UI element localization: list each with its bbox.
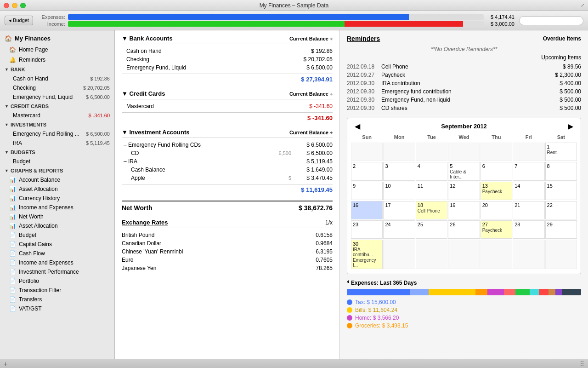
cal-cell-21[interactable]: 21 — [513, 201, 544, 219]
cal-next-button[interactable]: ▶ — [564, 122, 577, 131]
sidebar-section-budgets[interactable]: ▼ BUDGETS — [0, 148, 114, 157]
sidebar-section-investments[interactable]: ▼ INVESTMENTS — [0, 120, 114, 129]
cal-cell-4[interactable]: 4 — [416, 162, 447, 181]
sidebar-account-cash[interactable]: Cash on Hand $ 192.86 — [0, 74, 114, 83]
expenses-segment-bills — [429, 289, 475, 295]
sidebar-account-mastercard[interactable]: Mastercard $ -341.60 — [0, 111, 114, 120]
add-button[interactable]: + — [4, 360, 7, 368]
cal-cell-9[interactable]: 9 — [351, 182, 383, 200]
cal-cell-8[interactable]: 8 — [545, 162, 577, 181]
cal-cell-25[interactable]: 25 — [416, 220, 447, 239]
home-icon: 🏠 — [9, 46, 16, 53]
account-checking-name: Checking — [122, 56, 296, 63]
acc-ef-value: $ 6,500.00 — [86, 131, 110, 137]
cal-cell-27[interactable]: 27Paycheck — [481, 220, 512, 239]
sidebar-account-budget[interactable]: Budget — [0, 157, 114, 166]
expenses-toggle-icon[interactable]: ⁴ — [347, 280, 349, 286]
legend-dot-groceries — [347, 323, 352, 328]
exchange-gbp-value: 0.6158 — [316, 232, 333, 238]
cal-cell-20[interactable]: 20 — [481, 201, 512, 219]
sidebar-report-transfers[interactable]: 📄 Transfers — [0, 295, 114, 304]
exchange-inverse: 1/x — [325, 219, 333, 226]
cal-cell-30[interactable]: 30IRA contribu...Emergency f... — [351, 240, 383, 269]
cal-cell-3[interactable]: 3 — [383, 162, 415, 181]
resize-icon[interactable]: ⤢ — [581, 3, 584, 8]
sidebar-report-vat[interactable]: 📄 VAT/GST — [0, 304, 114, 313]
sidebar-report-asset-alloc2[interactable]: 📊 Asset Allocation — [0, 221, 114, 230]
cal-cell-1[interactable]: 1Rent — [545, 143, 577, 161]
app-body: 🏠 My Finances 🏠 Home Page 🔔 Reminders ▼ … — [0, 30, 588, 359]
cal-cell-28[interactable]: 28 — [513, 220, 544, 239]
sidebar-account-ef-rolling[interactable]: Emergency Fund Rolling ... $ 6,500.00 — [0, 129, 114, 138]
cal-cell-16[interactable]: 16 — [351, 201, 383, 219]
sidebar-report-net-worth[interactable]: 📊 Net Worth — [0, 212, 114, 221]
search-input[interactable] — [519, 16, 583, 25]
cal-cell-29[interactable]: 29 — [545, 220, 577, 239]
account-row-checking[interactable]: Checking $ 20,702.05 — [122, 55, 333, 63]
sidebar-report-asset-allocation[interactable]: 📊 Asset Allocation — [0, 184, 114, 194]
cal-cell-18[interactable]: 18Cell Phone — [416, 201, 447, 219]
traffic-lights[interactable] — [4, 3, 26, 8]
investment-total: $ 11,619.45 — [122, 184, 333, 195]
minimize-button[interactable] — [12, 3, 17, 8]
cal-cell-11[interactable]: 11 — [416, 182, 447, 200]
sidebar-account-checking[interactable]: Checking $ 20,702.05 — [0, 83, 114, 92]
sidebar: 🏠 My Finances 🏠 Home Page 🔔 Reminders ▼ … — [0, 30, 115, 359]
chart-icon: 📊 — [9, 177, 16, 183]
sidebar-report-income-expenses2[interactable]: 📄 Income and Expenses — [0, 258, 114, 267]
cal-prev-button[interactable]: ◀ — [351, 122, 364, 131]
cal-cell-24[interactable]: 24 — [383, 220, 415, 239]
sidebar-report-currency[interactable]: 📊 Currency History — [0, 194, 114, 203]
sidebar-report-cash-flow[interactable]: 📄 Cash Flow — [0, 249, 114, 258]
cal-cell-17[interactable]: 17 — [383, 201, 415, 219]
account-row-apple[interactable]: Apple 5 $ 3,470.45 — [122, 174, 333, 182]
sidebar-report-portfolio[interactable]: 📄 Portfolio — [0, 276, 114, 286]
sidebar-report-capital-gains[interactable]: 📄 Capital Gains — [0, 240, 114, 249]
sidebar-report-transaction-filter[interactable]: 📄 Transaction Filter — [0, 286, 114, 295]
account-row-cash-balance[interactable]: Cash Balance $ 1,649.00 — [122, 166, 333, 174]
sidebar-report-investment-perf[interactable]: 📄 Investment Performance — [0, 267, 114, 276]
cal-cell-5[interactable]: 5Cable & Inter... — [448, 162, 480, 181]
cal-cell-10[interactable]: 10 — [383, 182, 415, 200]
cal-cell-13[interactable]: 13Paycheck — [481, 182, 512, 200]
cal-cell-6[interactable]: 6 — [481, 162, 512, 181]
fullscreen-button[interactable] — [20, 3, 26, 8]
cal-cell-22[interactable]: 22 — [545, 201, 577, 219]
sidebar-account-emergency-liquid[interactable]: Emergency Fund, Liquid $ 6,500.00 — [0, 92, 114, 102]
account-apple-extra: 5 — [254, 175, 291, 181]
sidebar-item-reminders[interactable]: 🔔 Reminders — [0, 55, 114, 65]
account-row-cd[interactable]: CD 6,500 $ 6,500.00 — [122, 149, 333, 157]
sidebar-report-income-expenses[interactable]: 📊 Income and Expenses — [0, 203, 114, 212]
expenses-segment-5 — [530, 289, 539, 295]
cal-cell-7[interactable]: 7 — [513, 162, 544, 181]
sidebar-section-bank[interactable]: ▼ BANK — [0, 65, 114, 74]
sidebar-report-account-balance[interactable]: 📊 Account Balance — [0, 175, 114, 184]
close-button[interactable] — [4, 3, 9, 8]
income-label: Income: — [40, 21, 65, 27]
cal-cell-26[interactable]: 26 — [448, 220, 480, 239]
account-row-cash[interactable]: Cash on Hand $ 192.86 — [122, 47, 333, 55]
cal-cell-2[interactable]: 2 — [351, 162, 383, 181]
cal-cell-12[interactable]: 12 — [448, 182, 480, 200]
cal-day-fri: Fri — [513, 133, 544, 141]
account-row-ira[interactable]: – IRA $ 5,119.45 — [122, 157, 333, 166]
reminder-date-4: 2012.09.30 — [347, 97, 381, 103]
budget-button[interactable]: ◂ Budget — [5, 16, 33, 25]
doc-icon: 📄 — [9, 287, 16, 293]
sidebar-report-budget[interactable]: 📄 Budget — [0, 230, 114, 240]
account-row-mastercard[interactable]: Mastercard $ -341.60 — [122, 102, 333, 110]
resize-handle[interactable]: ⠿ — [580, 360, 584, 368]
account-row-ef-cds[interactable]: – Emergency Fund Rolling CDs $ 6,500.00 — [122, 141, 333, 149]
account-ef-cds-value: $ 6,500.00 — [296, 142, 333, 148]
cal-day-mon: Mon — [383, 133, 415, 141]
sidebar-section-graphs[interactable]: ▼ GRAPHS & REPORTS — [0, 166, 114, 175]
cal-cell-19[interactable]: 19 — [448, 201, 480, 219]
account-row-emergency[interactable]: Emergency Fund, Liquid $ 6,500.00 — [122, 63, 333, 72]
cal-cell-23[interactable]: 23 — [351, 220, 383, 239]
home-icon: 🏠 — [5, 35, 12, 42]
sidebar-item-home[interactable]: 🏠 Home Page — [0, 45, 114, 55]
sidebar-account-ira[interactable]: IRA $ 5,119.45 — [0, 138, 114, 148]
cal-cell-14[interactable]: 14 — [513, 182, 544, 200]
sidebar-section-credit[interactable]: ▼ CREDIT CARDS — [0, 102, 114, 111]
cal-cell-15[interactable]: 15 — [545, 182, 577, 200]
